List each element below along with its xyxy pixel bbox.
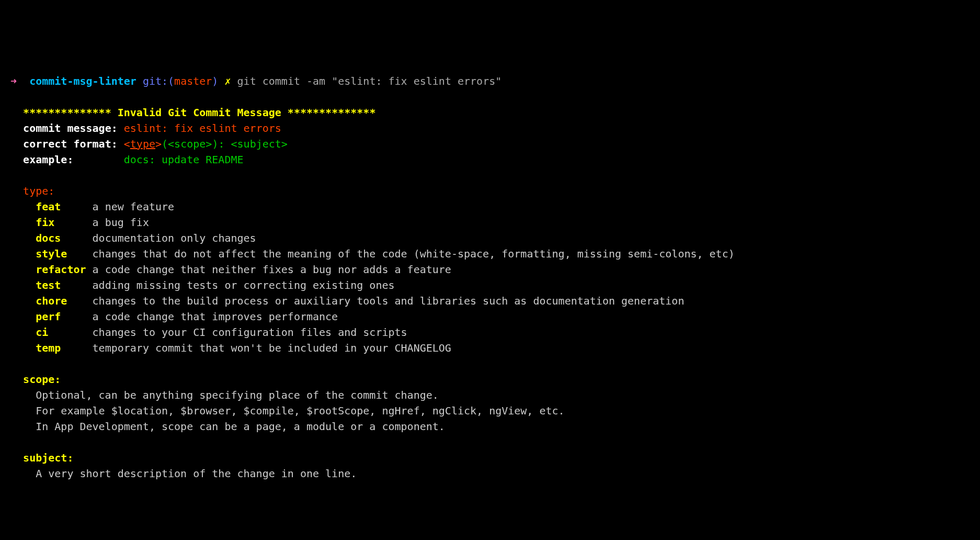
type-name-refactor: refactor [36,263,86,276]
correct-format-label: correct format: [23,138,118,150]
type-desc-temp: temporary commit that won't be included … [93,342,451,354]
type-name-feat: feat [36,200,61,213]
type-desc-ci: changes to your CI configuration files a… [93,326,407,339]
type-desc-chore: changes to the build process or auxiliar… [93,295,685,307]
stars-close: ************** [288,106,376,119]
example-value: docs: update README [124,153,244,166]
type-name-chore: chore [36,295,67,307]
type-desc-feat: a new feature [93,200,175,213]
type-desc-refactor: a code change that neither fixes a bug n… [93,263,451,276]
fmt-scope: <scope> [168,138,212,150]
type-desc-fix: a bug fix [93,216,149,229]
git-label: git: [143,75,168,87]
subject-section-header: subject: [23,452,73,464]
type-name-docs: docs [36,232,61,244]
type-desc-test: adding missing tests or correcting exist… [93,279,395,291]
subject-line-0: A very short description of the change i… [36,467,357,480]
fmt-paren-open: ( [162,138,168,150]
type-name-fix: fix [36,216,54,229]
fmt-type-close: > [155,138,162,150]
commit-message-value: eslint: fix eslint errors [124,122,281,134]
paren-open: ( [168,75,174,87]
terminal-output: ➜ commit-msg-linter git:(master) ✗ git c… [10,73,970,481]
fmt-colon: : [218,138,231,150]
scope-line-1: For example $location, $browser, $compil… [36,404,564,417]
type-section-header: type: [23,185,54,197]
git-branch: master [174,75,212,87]
paren-close: ) [212,75,218,87]
stars-open: ************** [23,106,111,119]
commit-message-label: commit message: [23,122,118,134]
type-desc-style: changes that do not affect the meaning o… [93,248,735,260]
fmt-paren-close: ) [212,138,218,150]
fmt-type-word: type [130,138,155,150]
command-text: git commit -am "eslint: fix eslint error… [237,75,502,87]
scope-line-2: In App Development, scope can be a page,… [36,420,445,433]
prompt-arrow-icon: ➜ [10,75,17,87]
type-name-test: test [36,279,61,291]
fmt-subject: <subject> [231,138,288,150]
type-name-temp: temp [36,342,61,354]
type-desc-perf: a code change that improves performance [93,310,338,323]
type-name-style: style [36,248,67,260]
error-title: Invalid Git Commit Message [118,106,281,119]
scope-section-header: scope: [23,373,61,386]
type-name-ci: ci [36,326,48,339]
type-desc-docs: documentation only changes [93,232,256,244]
scope-line-0: Optional, can be anything specifying pla… [36,389,439,401]
project-name: commit-msg-linter [29,75,136,87]
type-name-perf: perf [36,310,61,323]
fmt-type-open: < [124,138,130,150]
dirty-indicator-icon: ✗ [224,75,231,87]
example-label: example: [23,153,73,166]
